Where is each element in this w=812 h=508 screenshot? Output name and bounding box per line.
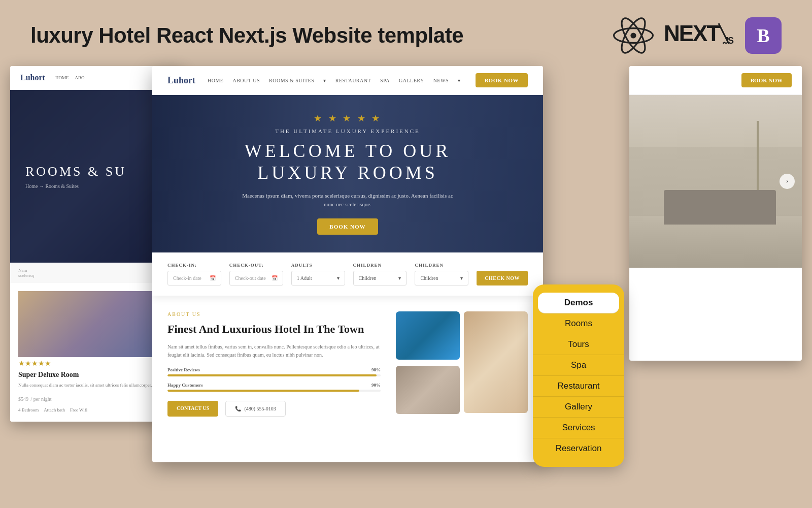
children-select[interactable]: Children ▾	[353, 271, 407, 285]
customers-progress: Happy Customers 90%	[167, 383, 381, 392]
check-now-btn[interactable]: CHECK NOW	[477, 271, 528, 285]
nav-restaurant[interactable]: RESTAURANT	[335, 78, 371, 83]
svg-text:NEXT: NEXT	[664, 21, 720, 46]
adults-label: ADULTS	[291, 263, 345, 268]
checkin-label: CHECK-IN:	[167, 263, 221, 268]
woman2-img-box	[396, 366, 460, 414]
menu-item-services[interactable]: Services	[533, 418, 624, 438]
main-book-btn[interactable]: BOOK NOW	[476, 73, 528, 87]
customers-label: Happy Customers 90%	[167, 383, 381, 388]
phone-btn[interactable]: 📞 (480) 555-0103	[225, 401, 286, 417]
back-desc-preview: scelerisq	[18, 273, 175, 278]
about-images	[396, 311, 528, 417]
back-room-details: ★★★★★ Super Deluxe Room Nulla consequat …	[18, 357, 175, 415]
back-logo: Luhort	[20, 73, 45, 82]
pool-image	[396, 311, 460, 362]
nextjs-logo: NEXT .JS	[664, 21, 735, 51]
woman-tall-image	[464, 311, 528, 417]
menu-item-spa[interactable]: Spa	[533, 355, 624, 376]
right-book-btn[interactable]: BOOK NOW	[741, 73, 792, 87]
nav-gallery[interactable]: GALLERY	[399, 78, 424, 83]
back-nav-about: ABO	[75, 75, 84, 80]
interior-lamp	[757, 121, 759, 190]
react-logo-icon	[613, 15, 654, 56]
back-hero-heading: ROOMS & SU	[25, 164, 167, 179]
back-nav-home: HOME	[55, 75, 69, 80]
amenity-wifi: Free Wifi	[70, 407, 87, 412]
amenity-bedroom: 4 Bedroom	[18, 407, 39, 412]
children-field: CHILDREN Children ▾	[353, 263, 407, 285]
nav-news[interactable]: NEWS	[433, 78, 449, 83]
back-breadcrumb: Home → Rooms & Suites	[25, 183, 167, 189]
about-label: ABOUT US	[167, 311, 381, 317]
about-text: ABOUT US Finest And Luxurious Hotel In T…	[167, 311, 381, 417]
menu-item-demos[interactable]: Demos	[538, 293, 619, 313]
phone-icon: 📞	[235, 406, 241, 411]
main-nav-items: HOME ABOUT US ROOMS & SUITES ▾ RESTAURAN…	[208, 78, 463, 83]
hero-heading-line1: WELCOME TO OUR	[241, 140, 454, 162]
main-logo: Luhort	[167, 75, 195, 86]
checkout-input[interactable]: Check-out date 📅	[229, 271, 283, 285]
bootstrap-letter: B	[757, 24, 769, 47]
main-hero: ★ ★ ★ ★ ★ THE ULTIMATE LUXURY EXPERIENCE…	[152, 95, 543, 252]
menu-item-rooms[interactable]: Rooms	[533, 313, 624, 334]
demo-menu: Demos Rooms Tours Spa Restaurant Gallery…	[533, 284, 624, 467]
adults-select[interactable]: 1 Adult ▾	[291, 271, 345, 285]
contact-btn[interactable]: CONTACT US	[167, 401, 218, 417]
room-interior: ›	[629, 95, 802, 268]
back-room-photo	[18, 291, 175, 357]
next-slide-arrow[interactable]: ›	[780, 174, 795, 189]
back-room-stars: ★★★★★	[18, 359, 175, 368]
hero-stars: ★ ★ ★ ★ ★	[241, 113, 454, 124]
adults-field: ADULTS 1 Adult ▾	[291, 263, 345, 285]
main-content: Luhort HOME ABO ROOMS & SU Home → Rooms …	[0, 66, 812, 503]
children-chevron-icon: ▾	[398, 275, 401, 281]
nav-about[interactable]: ABOUT US	[232, 78, 260, 83]
main-nav: Luhort HOME ABOUT US ROOMS & SUITES ▾ RE…	[152, 66, 543, 95]
hero-subtitle: THE ULTIMATE LUXURY EXPERIENCE	[241, 128, 454, 134]
menu-item-gallery[interactable]: Gallery	[533, 397, 624, 418]
back-room-name: Super Deluxe Room	[18, 371, 175, 379]
back-nav-links: HOME ABO	[55, 75, 85, 80]
customers-fill	[167, 390, 359, 392]
about-buttons: CONTACT US 📞 (480) 555-0103	[167, 401, 381, 417]
hero-content: ★ ★ ★ ★ ★ THE ULTIMATE LUXURY EXPERIENCE…	[221, 113, 475, 235]
form-fields: CHECK-IN: Check-in date 📅 CHECK-OUT: Che…	[167, 263, 528, 285]
main-screenshot: Luhort HOME ABOUT US ROOMS & SUITES ▾ RE…	[152, 66, 543, 462]
room-photo-bg	[18, 291, 175, 357]
about-desc: Nam sit amet tellus finibus, varius sem …	[167, 343, 381, 359]
children2-value: Children	[420, 275, 438, 281]
menu-item-tours[interactable]: Tours	[533, 334, 624, 355]
checkout-label: CHECK-OUT:	[229, 263, 283, 268]
back-hero-text: ROOMS & SU Home → Rooms & Suites	[25, 164, 167, 189]
booking-form: CHECK-IN: Check-in date 📅 CHECK-OUT: Che…	[152, 252, 543, 296]
interior-scene	[629, 95, 802, 268]
children2-label: CHILDREN	[415, 263, 468, 268]
page-background: luxury Hotel React Next.js Website templ…	[0, 0, 812, 508]
checkout-field: CHECK-OUT: Check-out date 📅	[229, 263, 283, 285]
calendar-icon: 📅	[210, 275, 216, 281]
children2-select[interactable]: Children ▾	[415, 271, 468, 285]
checkin-placeholder: Check-in date	[173, 275, 201, 281]
hero-heading: WELCOME TO OUR LUXURY ROOMS	[241, 140, 454, 184]
adults-chevron-icon: ▾	[337, 275, 340, 281]
about-section: ABOUT US Finest And Luxurious Hotel In T…	[152, 296, 543, 432]
amenity-bath: Attach bath	[44, 407, 65, 412]
hero-desc: Maecenas ipsum diam, viverra porta scele…	[241, 192, 454, 209]
customers-bar	[167, 390, 381, 392]
woman-tall-img-box	[464, 311, 528, 413]
menu-item-reservation[interactable]: Reservation	[533, 438, 624, 459]
back-room-amenities: 4 Bedroom Attach bath Free Wifi	[18, 407, 175, 412]
nav-rooms[interactable]: ROOMS & SUITES	[269, 78, 314, 83]
woman2-image	[396, 366, 460, 416]
hero-book-btn[interactable]: BOOK NOW	[317, 218, 378, 235]
checkin-input[interactable]: Check-in date 📅	[167, 271, 221, 285]
nav-spa[interactable]: SPA	[380, 78, 390, 83]
bootstrap-logo: B	[745, 17, 782, 54]
checkin-field: CHECK-IN: Check-in date 📅	[167, 263, 221, 285]
calendar-icon-2: 📅	[272, 275, 278, 281]
nav-home[interactable]: HOME	[208, 78, 223, 83]
children2-chevron-icon: ▾	[460, 275, 463, 281]
children-value: Children	[359, 275, 377, 281]
menu-item-restaurant[interactable]: Restaurant	[533, 376, 624, 397]
